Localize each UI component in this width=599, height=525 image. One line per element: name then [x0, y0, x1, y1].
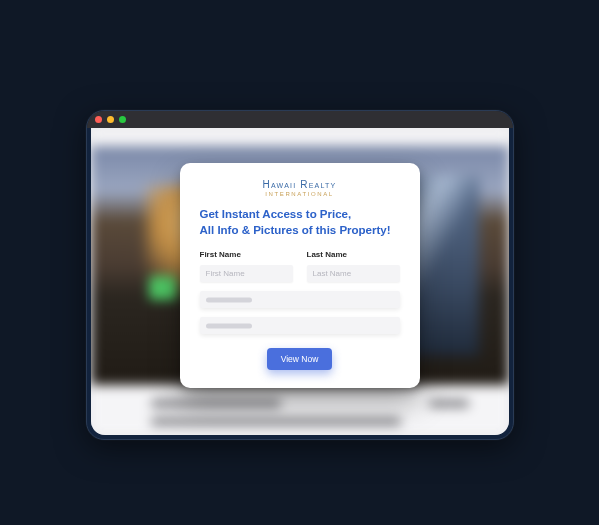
- last-name-label: Last Name: [307, 250, 400, 259]
- browser-viewport: Hawaii Realty International Get Instant …: [91, 128, 509, 435]
- submit-button[interactable]: View Now: [267, 348, 333, 370]
- email-input[interactable]: [200, 291, 400, 308]
- headline-line-1: Get Instant Access to Price,: [200, 207, 400, 223]
- window-zoom-button[interactable]: [119, 116, 126, 123]
- window-minimize-button[interactable]: [107, 116, 114, 123]
- modal-headline: Get Instant Access to Price, All Info & …: [200, 207, 400, 238]
- phone-input[interactable]: [200, 317, 400, 334]
- last-name-field: Last Name: [307, 250, 400, 282]
- last-name-input[interactable]: [307, 265, 400, 282]
- window-close-button[interactable]: [95, 116, 102, 123]
- first-name-label: First Name: [200, 250, 293, 259]
- name-row: First Name Last Name: [200, 250, 400, 282]
- brand-logo: Hawaii Realty International: [200, 179, 400, 197]
- browser-window-frame: Hawaii Realty International Get Instant …: [86, 110, 514, 440]
- logo-main-text: Hawaii Realty: [200, 179, 400, 190]
- logo-sub-text: International: [200, 191, 400, 197]
- first-name-input[interactable]: [200, 265, 293, 282]
- lead-capture-modal: Hawaii Realty International Get Instant …: [180, 163, 420, 388]
- first-name-field: First Name: [200, 250, 293, 282]
- window-titlebar: [87, 111, 513, 128]
- headline-line-2: All Info & Pictures of this Property!: [200, 223, 400, 239]
